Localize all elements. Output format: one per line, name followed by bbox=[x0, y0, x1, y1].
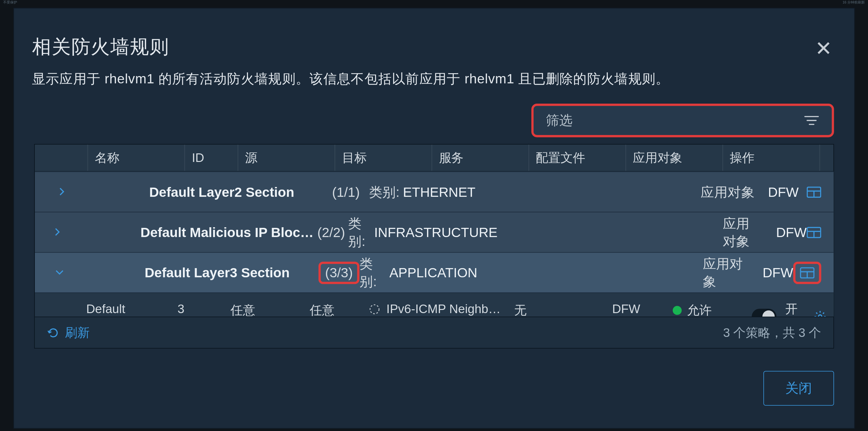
service-item[interactable]: IPv6-ICMP Neighb… bbox=[368, 302, 501, 317]
close-button[interactable]: 关闭 bbox=[764, 371, 834, 406]
col-profile: 配置文件 bbox=[528, 144, 625, 171]
col-toggle bbox=[35, 144, 88, 171]
section-category-value: INFRASTRUCTURE bbox=[374, 224, 497, 240]
section-category-label: 类别: bbox=[348, 214, 371, 250]
rule-id: 3 bbox=[158, 302, 203, 317]
section-settings-icon[interactable] bbox=[793, 261, 821, 284]
modal-header: 相关防火墙规则 ✕ bbox=[14, 8, 854, 70]
filter-placeholder: 筛选 bbox=[546, 111, 573, 130]
section-category-label: 类别: bbox=[360, 255, 386, 291]
section-category-value: APPLICATION bbox=[389, 265, 477, 280]
section-count: (3/3) bbox=[318, 261, 360, 284]
svg-rect-11 bbox=[806, 272, 808, 277]
table-header-row: 名称 ID 源 目标 服务 配置文件 应用对象 操作 bbox=[35, 144, 833, 171]
col-source: 源 bbox=[238, 144, 335, 171]
section-category-label: 类别: bbox=[369, 183, 399, 201]
modal-subtitle: 显示应用于 rhelvm1 的所有活动防火墙规则。该信息不包括以前应用于 rhe… bbox=[14, 70, 854, 104]
section-category-value: ETHERNET bbox=[403, 184, 475, 200]
col-destination: 目标 bbox=[335, 144, 432, 171]
section-apply-value: DFW bbox=[763, 265, 793, 280]
close-icon[interactable]: ✕ bbox=[815, 39, 832, 59]
rule-name: Default Rule NDP bbox=[79, 302, 158, 317]
section-settings-icon[interactable] bbox=[806, 186, 821, 197]
rule-scope: DFW bbox=[587, 302, 666, 317]
rule-enable-toggle[interactable] bbox=[752, 309, 776, 317]
section-name: Default Layer2 Section bbox=[149, 184, 323, 200]
rule-profile: 无 bbox=[507, 302, 587, 317]
filter-icon bbox=[804, 115, 819, 126]
col-name: 名称 bbox=[88, 144, 185, 171]
rule-source: 任意 bbox=[203, 302, 282, 317]
allow-status-icon bbox=[673, 306, 681, 315]
section-name: Default Layer3 Section bbox=[145, 265, 318, 280]
section-row[interactable]: Default Layer2 Section (1/1) 类别: ETHERNE… bbox=[35, 171, 833, 212]
col-scope: 应用对象 bbox=[625, 144, 722, 171]
svg-rect-8 bbox=[813, 231, 814, 237]
filter-row: 筛选 bbox=[14, 104, 854, 144]
col-id: ID bbox=[185, 144, 238, 171]
section-apply-value: DFW bbox=[776, 224, 807, 240]
rules-table: 名称 ID 源 目标 服务 配置文件 应用对象 操作 Default Layer… bbox=[34, 144, 834, 348]
svg-point-12 bbox=[370, 305, 379, 314]
firewall-rules-modal: 相关防火墙规则 ✕ 显示应用于 rhelvm1 的所有活动防火墙规则。该信息不包… bbox=[13, 8, 855, 429]
modal-footer: 关闭 bbox=[14, 349, 854, 428]
rule-services: IPv6-ICMP Neighb… IPv6-ICMP Neighb… bbox=[362, 302, 507, 317]
table-body: Default Layer2 Section (1/1) 类别: ETHERNE… bbox=[35, 171, 833, 317]
section-apply-label: 应用对象 bbox=[703, 255, 749, 291]
table-footer: 刷新 3 个策略，共 3 个 bbox=[35, 317, 833, 348]
refresh-icon bbox=[47, 326, 60, 339]
rule-toggle-label: 开启 bbox=[785, 302, 804, 317]
modal-title: 相关防火墙规则 bbox=[32, 34, 169, 60]
section-apply-label: 应用对象 bbox=[701, 183, 754, 201]
chevron-right-icon[interactable] bbox=[45, 185, 78, 199]
rule-row: Default Rule NDP 3 任意 任意 IPv6-ICMP Neigh… bbox=[35, 293, 833, 317]
col-misc bbox=[819, 144, 833, 171]
section-row[interactable]: Default Layer3 Section (3/3) 类别: APPLICA… bbox=[35, 252, 833, 293]
col-service: 服务 bbox=[432, 144, 529, 171]
svg-rect-5 bbox=[813, 191, 814, 197]
chevron-down-icon[interactable] bbox=[45, 265, 74, 280]
section-settings-icon[interactable] bbox=[806, 227, 821, 238]
footer-summary: 3 个策略，共 3 个 bbox=[723, 324, 821, 341]
refresh-button[interactable]: 刷新 bbox=[47, 324, 90, 341]
section-apply-label: 应用对象 bbox=[723, 214, 763, 250]
section-name: Default Malicious IP Block… bbox=[141, 224, 314, 240]
gear-icon[interactable] bbox=[813, 310, 827, 317]
filter-input[interactable]: 筛选 bbox=[531, 104, 834, 137]
section-row[interactable]: Default Malicious IP Block… (2/2) 类别: IN… bbox=[35, 212, 833, 252]
section-count: (2/2) bbox=[314, 224, 348, 240]
service-icon bbox=[368, 303, 381, 315]
chevron-right-icon[interactable] bbox=[45, 225, 69, 240]
section-count: (1/1) bbox=[323, 184, 369, 200]
rule-action: 允许 bbox=[666, 302, 745, 317]
section-apply-value: DFW bbox=[768, 184, 799, 200]
col-action: 操作 bbox=[722, 144, 819, 171]
rule-destination: 任意 bbox=[282, 302, 362, 317]
